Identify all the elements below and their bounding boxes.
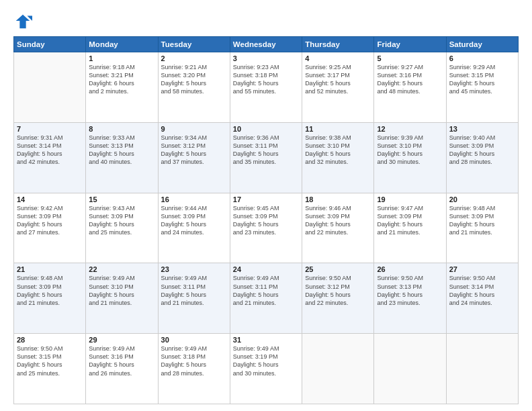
day-info: Sunrise: 9:50 AM Sunset: 3:12 PM Dayligh…	[305, 274, 371, 307]
day-info: Sunrise: 9:47 AM Sunset: 3:09 PM Dayligh…	[377, 204, 443, 237]
calendar-cell	[374, 334, 446, 404]
calendar-cell	[14, 52, 86, 123]
day-number: 16	[161, 195, 227, 203]
header	[13, 12, 519, 31]
day-number: 27	[449, 265, 515, 273]
calendar-cell: 18Sunrise: 9:46 AM Sunset: 3:09 PM Dayli…	[302, 193, 374, 263]
calendar-cell: 3Sunrise: 9:23 AM Sunset: 3:18 PM Daylig…	[230, 52, 302, 123]
day-number: 29	[89, 336, 154, 344]
day-info: Sunrise: 9:39 AM Sunset: 3:10 PM Dayligh…	[377, 134, 443, 167]
day-info: Sunrise: 9:50 AM Sunset: 3:15 PM Dayligh…	[17, 345, 83, 377]
day-info: Sunrise: 9:49 AM Sunset: 3:16 PM Dayligh…	[89, 345, 154, 377]
day-number: 25	[305, 265, 371, 273]
calendar-week-row: 21Sunrise: 9:48 AM Sunset: 3:09 PM Dayli…	[14, 263, 519, 334]
calendar-cell: 24Sunrise: 9:49 AM Sunset: 3:11 PM Dayli…	[230, 263, 302, 334]
day-number: 22	[89, 265, 154, 273]
day-info: Sunrise: 9:50 AM Sunset: 3:13 PM Dayligh…	[377, 274, 443, 307]
weekday-header: Friday	[374, 37, 446, 52]
weekday-header: Saturday	[446, 37, 518, 52]
calendar-cell: 5Sunrise: 9:27 AM Sunset: 3:16 PM Daylig…	[374, 52, 446, 123]
day-info: Sunrise: 9:46 AM Sunset: 3:09 PM Dayligh…	[305, 204, 371, 237]
day-info: Sunrise: 9:48 AM Sunset: 3:09 PM Dayligh…	[449, 204, 515, 237]
day-info: Sunrise: 9:48 AM Sunset: 3:09 PM Dayligh…	[17, 274, 83, 307]
day-info: Sunrise: 9:45 AM Sunset: 3:09 PM Dayligh…	[233, 204, 299, 237]
calendar-cell: 22Sunrise: 9:49 AM Sunset: 3:10 PM Dayli…	[86, 263, 158, 334]
day-number: 31	[233, 336, 299, 344]
calendar-cell: 19Sunrise: 9:47 AM Sunset: 3:09 PM Dayli…	[374, 193, 446, 263]
day-info: Sunrise: 9:42 AM Sunset: 3:09 PM Dayligh…	[17, 204, 83, 237]
day-info: Sunrise: 9:43 AM Sunset: 3:09 PM Dayligh…	[89, 204, 154, 237]
day-number: 2	[161, 54, 227, 62]
day-info: Sunrise: 9:21 AM Sunset: 3:20 PM Dayligh…	[161, 63, 227, 96]
calendar-cell: 27Sunrise: 9:50 AM Sunset: 3:14 PM Dayli…	[446, 263, 518, 334]
calendar-cell: 8Sunrise: 9:33 AM Sunset: 3:13 PM Daylig…	[86, 122, 158, 193]
calendar-cell: 20Sunrise: 9:48 AM Sunset: 3:09 PM Dayli…	[446, 193, 518, 263]
svg-marker-0	[16, 15, 30, 29]
calendar-week-row: 28Sunrise: 9:50 AM Sunset: 3:15 PM Dayli…	[14, 334, 519, 404]
day-number: 8	[89, 125, 154, 133]
day-info: Sunrise: 9:27 AM Sunset: 3:16 PM Dayligh…	[377, 63, 443, 96]
calendar-cell: 7Sunrise: 9:31 AM Sunset: 3:14 PM Daylig…	[14, 122, 86, 193]
calendar-cell: 6Sunrise: 9:29 AM Sunset: 3:15 PM Daylig…	[446, 52, 518, 123]
day-number: 12	[377, 125, 443, 133]
calendar-cell	[302, 334, 374, 404]
day-info: Sunrise: 9:36 AM Sunset: 3:11 PM Dayligh…	[233, 134, 299, 167]
calendar-cell: 25Sunrise: 9:50 AM Sunset: 3:12 PM Dayli…	[302, 263, 374, 334]
day-number: 9	[161, 125, 227, 133]
day-info: Sunrise: 9:40 AM Sunset: 3:09 PM Dayligh…	[449, 134, 515, 167]
day-info: Sunrise: 9:49 AM Sunset: 3:11 PM Dayligh…	[161, 274, 227, 307]
calendar-cell: 2Sunrise: 9:21 AM Sunset: 3:20 PM Daylig…	[158, 52, 230, 123]
day-number: 17	[233, 195, 299, 203]
day-info: Sunrise: 9:29 AM Sunset: 3:15 PM Dayligh…	[449, 63, 515, 96]
day-info: Sunrise: 9:25 AM Sunset: 3:17 PM Dayligh…	[305, 63, 371, 96]
day-number: 11	[305, 125, 371, 133]
day-info: Sunrise: 9:33 AM Sunset: 3:13 PM Dayligh…	[89, 134, 154, 167]
calendar-cell: 4Sunrise: 9:25 AM Sunset: 3:17 PM Daylig…	[302, 52, 374, 123]
logo-icon	[13, 12, 32, 31]
day-number: 28	[17, 336, 83, 344]
calendar-week-row: 7Sunrise: 9:31 AM Sunset: 3:14 PM Daylig…	[14, 122, 519, 193]
calendar-cell: 23Sunrise: 9:49 AM Sunset: 3:11 PM Dayli…	[158, 263, 230, 334]
calendar-week-row: 14Sunrise: 9:42 AM Sunset: 3:09 PM Dayli…	[14, 193, 519, 263]
calendar-cell: 9Sunrise: 9:34 AM Sunset: 3:12 PM Daylig…	[158, 122, 230, 193]
weekday-header: Monday	[86, 37, 158, 52]
day-number: 10	[233, 125, 299, 133]
calendar-cell: 1Sunrise: 9:18 AM Sunset: 3:21 PM Daylig…	[86, 52, 158, 123]
calendar-table: SundayMondayTuesdayWednesdayThursdayFrid…	[13, 36, 519, 404]
calendar-cell: 14Sunrise: 9:42 AM Sunset: 3:09 PM Dayli…	[14, 193, 86, 263]
calendar-cell: 31Sunrise: 9:49 AM Sunset: 3:19 PM Dayli…	[230, 334, 302, 404]
weekday-header: Tuesday	[158, 37, 230, 52]
calendar-week-row: 1Sunrise: 9:18 AM Sunset: 3:21 PM Daylig…	[14, 52, 519, 123]
day-number: 15	[89, 195, 154, 203]
day-number: 3	[233, 54, 299, 62]
day-info: Sunrise: 9:44 AM Sunset: 3:09 PM Dayligh…	[161, 204, 227, 237]
day-number: 24	[233, 265, 299, 273]
day-number: 1	[89, 54, 154, 62]
day-info: Sunrise: 9:49 AM Sunset: 3:11 PM Dayligh…	[233, 274, 299, 307]
calendar-cell: 26Sunrise: 9:50 AM Sunset: 3:13 PM Dayli…	[374, 263, 446, 334]
calendar-cell: 21Sunrise: 9:48 AM Sunset: 3:09 PM Dayli…	[14, 263, 86, 334]
day-number: 18	[305, 195, 371, 203]
day-number: 14	[17, 195, 83, 203]
logo	[13, 12, 35, 31]
calendar-cell: 11Sunrise: 9:38 AM Sunset: 3:10 PM Dayli…	[302, 122, 374, 193]
day-number: 30	[161, 336, 227, 344]
day-number: 7	[17, 125, 83, 133]
day-number: 6	[449, 54, 515, 62]
calendar-header-row: SundayMondayTuesdayWednesdayThursdayFrid…	[14, 37, 519, 52]
weekday-header: Thursday	[302, 37, 374, 52]
day-number: 4	[305, 54, 371, 62]
day-info: Sunrise: 9:38 AM Sunset: 3:10 PM Dayligh…	[305, 134, 371, 167]
calendar-cell: 12Sunrise: 9:39 AM Sunset: 3:10 PM Dayli…	[374, 122, 446, 193]
weekday-header: Wednesday	[230, 37, 302, 52]
calendar-cell: 17Sunrise: 9:45 AM Sunset: 3:09 PM Dayli…	[230, 193, 302, 263]
calendar-cell: 13Sunrise: 9:40 AM Sunset: 3:09 PM Dayli…	[446, 122, 518, 193]
weekday-header: Sunday	[14, 37, 86, 52]
day-number: 13	[449, 125, 515, 133]
day-number: 23	[161, 265, 227, 273]
day-number: 21	[17, 265, 83, 273]
day-number: 26	[377, 265, 443, 273]
day-info: Sunrise: 9:23 AM Sunset: 3:18 PM Dayligh…	[233, 63, 299, 96]
day-info: Sunrise: 9:49 AM Sunset: 3:10 PM Dayligh…	[89, 274, 154, 307]
calendar-cell: 30Sunrise: 9:49 AM Sunset: 3:18 PM Dayli…	[158, 334, 230, 404]
